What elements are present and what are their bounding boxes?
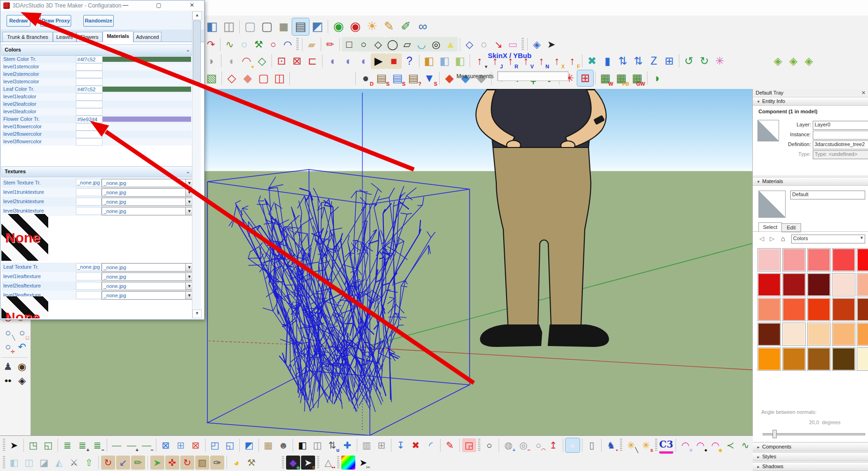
cube-pair-green-icon[interactable]: ◧	[452, 53, 468, 69]
grass-fb-icon[interactable]: ▦FB	[613, 70, 629, 86]
red-grid-icon[interactable]: ⊞	[577, 70, 593, 86]
scale-up-icon[interactable]: ◳	[26, 438, 40, 452]
linked-cubes-red-icon[interactable]: ◫	[272, 70, 287, 86]
dialog-scrollbar[interactable]: ▲ ▼	[192, 11, 201, 318]
close-button[interactable]: ✕	[188, 1, 196, 9]
material-name-box[interactable]: Default	[790, 191, 865, 199]
home-icon[interactable]: ⌂	[781, 235, 785, 243]
color-swatch[interactable]	[758, 323, 781, 346]
texture-dropdown[interactable]: _none.jpg▼	[102, 282, 193, 290]
color-swatch[interactable]	[832, 323, 855, 346]
cube-shell-icon[interactable]: ◧	[7, 456, 21, 470]
axes-compass-icon[interactable]: ◈	[15, 374, 29, 388]
zoom-tool-icon[interactable]: ○╲	[1, 326, 15, 340]
move-plus-blue-icon[interactable]: ✚	[340, 438, 354, 452]
tab-leaves[interactable]: Leaves	[53, 32, 76, 42]
cube-wire-icon[interactable]: ◫	[22, 456, 36, 470]
curve-dot-icon[interactable]: ◠●	[693, 438, 707, 452]
pane-dotted-icon[interactable]: ▥	[360, 438, 374, 452]
collection-dropdown[interactable]: Colors ▼	[791, 235, 865, 243]
zoom-window-tool-icon[interactable]: ○□	[15, 326, 29, 340]
rainbow-picker-icon[interactable]: ▦	[341, 456, 355, 470]
back-arrow-icon[interactable]: ◁	[759, 235, 764, 242]
shaded-textured-cube-icon[interactable]: ◩	[309, 18, 326, 35]
sort-down-icon[interactable]: ⇅	[631, 53, 646, 69]
color-swatch[interactable]	[857, 298, 868, 321]
sort-up-icon[interactable]: ⇅	[615, 53, 631, 69]
materials-header[interactable]: ▼Materials	[753, 177, 868, 186]
hexagon-tool-icon[interactable]: ◇	[371, 37, 385, 52]
grass-w-icon[interactable]: ▦W	[597, 70, 613, 86]
wireframe-cube-icon[interactable]: ◫	[221, 18, 237, 35]
texture-dropdown[interactable]: _none.jpg▼	[102, 263, 193, 272]
arc-tool-icon[interactable]: ◡	[414, 37, 429, 52]
x-red-pair-icon[interactable]: ⊠	[189, 438, 203, 452]
curve-blue-icon[interactable]: ◠○	[678, 438, 692, 452]
maximize-button[interactable]: ▢	[154, 1, 163, 9]
color-swatch[interactable]	[857, 347, 868, 371]
circle-key-tool-icon[interactable]: ◎	[429, 37, 443, 52]
diamond-net-tool-icon[interactable]: ◈	[530, 37, 544, 52]
texture-dropdown[interactable]: _none.jpg▼	[102, 179, 193, 187]
color-bar[interactable]	[103, 57, 191, 62]
face-highlight-icon[interactable]: ◲	[462, 438, 476, 452]
color-swatch[interactable]	[758, 298, 781, 321]
color-swatch[interactable]	[782, 273, 806, 296]
field-definition[interactable]: 3darcstudiotree_tree2	[813, 140, 868, 149]
cube-red-icon[interactable]: ◆	[441, 70, 457, 86]
x-blue-icon[interactable]: ⊠	[159, 438, 173, 452]
sandbox-pins-icon[interactable]: ✜	[165, 456, 179, 470]
color-swatch[interactable]	[832, 298, 855, 321]
entity-info-header[interactable]: ▼Entity Info	[753, 97, 868, 106]
texture-dropdown[interactable]: _none.jpg▼	[102, 207, 193, 215]
shell-tool-icon[interactable]: ◖	[223, 53, 239, 69]
c3-logo-icon[interactable]: C3	[659, 437, 673, 454]
bent-arrow-icon[interactable]: ↷	[204, 37, 218, 52]
compass-icon[interactable]: ◉	[347, 18, 364, 35]
green-part-icon[interactable]: ▧	[204, 70, 220, 86]
eraser-pink-tool-icon[interactable]: ▭	[506, 37, 520, 52]
drape-brush-icon[interactable]: ✏	[131, 456, 145, 470]
select-cursor-icon[interactable]: ➤	[7, 438, 21, 452]
color-bar[interactable]	[103, 117, 191, 122]
tab-trunk-branches[interactable]: Trunk & Branches	[2, 32, 53, 42]
hiddenline-cube-icon[interactable]: ▢	[258, 18, 275, 35]
line-single-icon[interactable]: —	[110, 438, 124, 452]
flower-pink-icon[interactable]: ✳	[712, 53, 728, 69]
tab-flowers[interactable]: Flowers	[76, 32, 103, 42]
stack-green-icon[interactable]: ◈	[786, 53, 801, 69]
scene-power-icon[interactable]: ◉	[330, 18, 347, 35]
sphere-add-icon[interactable]: ◍+	[501, 438, 515, 452]
color-swatch[interactable]	[758, 248, 781, 272]
gorilla-icon[interactable]: ☻	[276, 438, 290, 452]
color-swatch[interactable]	[807, 347, 831, 371]
cube-solid-icon[interactable]: ◪	[37, 456, 51, 470]
mesh-3d-icon[interactable]: ▦	[261, 438, 275, 452]
panel-header-components[interactable]: ►Components	[753, 442, 868, 451]
move-measure-tool-icon[interactable]: ↘	[491, 37, 506, 52]
stack-s-blue-icon[interactable]: ▤S	[390, 70, 405, 86]
knife-icon[interactable]: ⚔	[67, 456, 81, 470]
wire-cube-red-icon[interactable]: ▢	[256, 70, 272, 86]
color-swatch[interactable]	[807, 248, 831, 272]
soften-slider-track[interactable]	[763, 433, 865, 435]
color-swatch[interactable]	[758, 347, 781, 371]
table-x-icon[interactable]: ⊞	[662, 53, 677, 69]
teal-x-icon[interactable]: ✖	[584, 53, 600, 69]
sphere-slash-icon[interactable]: ○◠	[531, 438, 545, 452]
rect-tool-icon[interactable]: □	[342, 37, 356, 52]
lines-green-plus-icon[interactable]: ≣+	[75, 438, 89, 452]
arc-ball-tool-icon[interactable]: ◠●	[239, 53, 254, 69]
x-blue-pair-icon[interactable]: ⊞	[174, 438, 188, 452]
sphere-subtract-icon[interactable]: ◎−	[516, 438, 530, 452]
hook-green-icon[interactable]: ↺	[681, 53, 697, 69]
pencil-multi-icon[interactable]: ✏	[323, 37, 338, 52]
leaf-single-icon[interactable]: ◗	[649, 70, 665, 86]
grass-gw-icon[interactable]: ▦GW	[629, 70, 645, 86]
extension-select-icon[interactable]: ➤≡	[301, 456, 315, 470]
line-minus-icon[interactable]: —−	[140, 438, 154, 452]
zoom-extents-tool-icon[interactable]: ○✛	[1, 340, 15, 354]
color-swatch[interactable]	[857, 323, 868, 346]
scale-down-icon[interactable]: ◱	[41, 438, 55, 452]
arrow-x-icon[interactable]: ↑X	[549, 53, 565, 69]
